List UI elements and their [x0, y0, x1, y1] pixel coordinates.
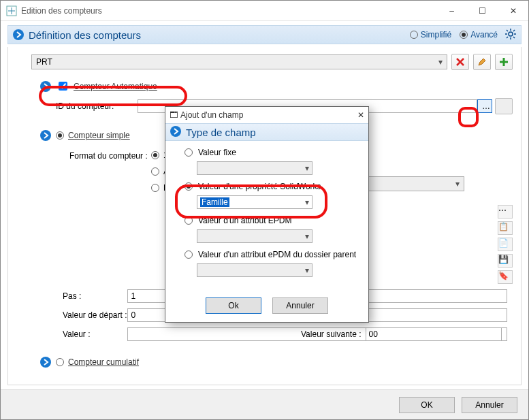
start-label: Valeur de départ :	[63, 310, 127, 320]
opt-epdm-radio[interactable]	[185, 216, 193, 225]
counter-type-select[interactable]: PRT	[31, 54, 447, 69]
auto-section-label[interactable]: Compteur Automatique	[74, 82, 157, 91]
next-label: Valeur suivante :	[301, 329, 362, 339]
side-tag-button[interactable]: 🔖	[498, 270, 513, 284]
mode-simple-radio[interactable]: Simplifié	[410, 30, 451, 39]
add-field-dialog: 🗔 Ajout d'un champ ✕ Type de champ Valeu…	[165, 106, 369, 323]
chevron-icon	[39, 129, 52, 142]
app-icon	[6, 5, 17, 16]
simple-section-label[interactable]: Compteur simple	[68, 131, 130, 140]
fmt-num-radio[interactable]	[151, 151, 159, 159]
id-label: ID du compteur:	[56, 101, 138, 111]
dialog-subtitle: Type de champ	[186, 127, 256, 138]
header-panel: Définition des compteurs Simplifié Avanc…	[7, 25, 522, 44]
opt-epdm-select[interactable]	[197, 229, 312, 243]
fmt-list-radio[interactable]	[151, 184, 159, 192]
chevron-icon	[12, 29, 25, 41]
minimize-button[interactable]: –	[436, 1, 467, 21]
svg-point-2	[509, 32, 513, 36]
gear-icon[interactable]	[504, 28, 517, 42]
ok-button[interactable]: OK	[399, 397, 455, 413]
close-button[interactable]: ✕	[498, 1, 528, 21]
svg-point-1	[13, 29, 24, 40]
side-copy-button[interactable]: 📄	[498, 238, 513, 251]
svg-point-11	[40, 81, 51, 92]
opt-swprop-select[interactable]: Famille	[197, 195, 312, 209]
opt-fixed-radio[interactable]	[185, 148, 193, 157]
id-browse-button[interactable]: …	[477, 99, 492, 113]
chevron-icon	[39, 356, 52, 368]
dialog-icon: 🗔	[170, 110, 178, 120]
opt-epdm-parent-radio[interactable]	[185, 251, 193, 259]
edit-button[interactable]	[473, 54, 491, 70]
chevron-icon	[39, 80, 52, 93]
fmt-alpha-radio[interactable]	[151, 167, 159, 176]
svg-line-9	[513, 30, 515, 31]
opt-epdm-parent-select[interactable]	[197, 263, 312, 277]
svg-line-8	[513, 37, 515, 38]
window-title: Edition des compteurs	[21, 6, 436, 16]
auto-checkbox[interactable]	[59, 82, 67, 91]
cancel-button[interactable]: Annuler	[462, 397, 517, 413]
dialog-ok-button[interactable]: Ok	[206, 297, 261, 314]
svg-line-7	[507, 30, 508, 31]
dialog-subheader: Type de champ	[165, 123, 368, 141]
maximize-button[interactable]: ☐	[467, 1, 498, 21]
opt-swprop-radio[interactable]	[185, 182, 193, 191]
window-titlebar: Edition des compteurs – ☐ ✕	[1, 1, 528, 21]
cumul-radio[interactable]	[56, 358, 64, 366]
value-label: Valeur :	[63, 329, 127, 339]
step-label: Pas :	[63, 291, 127, 301]
dialog-cancel-button[interactable]: Annuler	[272, 297, 328, 314]
id-aux-button[interactable]	[495, 98, 513, 114]
side-open-button[interactable]: 📋	[498, 221, 513, 235]
footer-bar: OK Annuler	[1, 389, 528, 419]
chevron-icon	[170, 125, 182, 140]
opt-fixed-select[interactable]	[197, 161, 312, 175]
svg-point-12	[40, 130, 51, 141]
side-save-button[interactable]: 💾	[498, 254, 513, 268]
add-button[interactable]	[495, 54, 513, 70]
side-dots-button[interactable]: ⋯	[498, 205, 513, 219]
cumul-section-label[interactable]: Compteur cumulatif	[68, 357, 139, 367]
svg-line-10	[507, 37, 508, 38]
delete-button[interactable]	[451, 54, 469, 70]
next-input[interactable]	[366, 327, 502, 341]
page-title: Définition des compteurs	[29, 29, 402, 41]
simple-radio[interactable]	[56, 131, 64, 140]
dialog-title: Ajout d'un champ	[180, 110, 357, 120]
svg-point-14	[170, 126, 181, 137]
mode-advanced-radio[interactable]: Avancé	[460, 30, 498, 39]
dialog-titlebar: 🗔 Ajout d'un champ ✕	[165, 107, 368, 123]
format-label: Format du compteur :	[69, 151, 151, 161]
dialog-close-button[interactable]: ✕	[357, 110, 364, 120]
svg-point-13	[40, 357, 51, 368]
